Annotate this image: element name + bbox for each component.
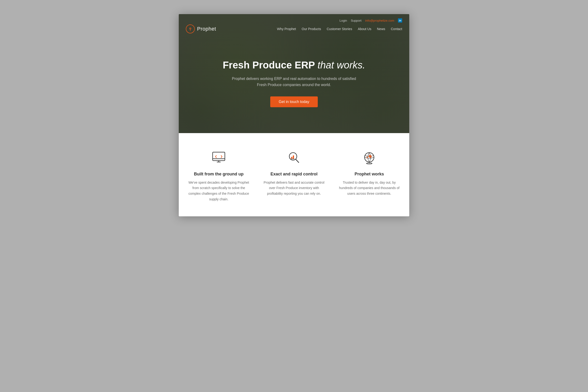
nav-contact[interactable]: Contact (391, 27, 402, 31)
svg-rect-9 (293, 156, 294, 159)
feature-built-title: Built from the ground up (188, 172, 249, 176)
svg-line-7 (296, 159, 299, 162)
navbar-main: Prophet Why Prophet Our Products Custome… (186, 24, 402, 34)
navbar-top: Login Support info@prophetize.com in (186, 18, 402, 22)
logo[interactable]: Prophet (186, 24, 216, 34)
feature-control-desc: Prophet delivers fast and accurate contr… (264, 180, 324, 196)
feature-built: Built from the ground up We've spent dec… (188, 150, 249, 202)
nav-news[interactable]: News (377, 27, 385, 31)
nav-customer-stories[interactable]: Customer Stories (327, 27, 352, 31)
monitor-code-icon (210, 150, 227, 166)
hero-title-italic: that works. (318, 60, 365, 70)
nav-our-products[interactable]: Our Products (302, 27, 321, 31)
nav-links: Why Prophet Our Products Customer Storie… (277, 27, 402, 31)
logo-icon (186, 24, 195, 34)
feature-control: Exact and rapid control Prophet delivers… (264, 150, 324, 202)
linkedin-icon[interactable]: in (398, 18, 402, 22)
globe-icon (361, 150, 378, 166)
feature-built-desc: We've spent decades developing Prophet f… (188, 180, 249, 202)
nav-about-us[interactable]: About Us (358, 27, 372, 31)
login-link[interactable]: Login (340, 19, 347, 22)
feature-prophet-works-desc: Trusted to deliver day in, day out, by h… (339, 180, 400, 196)
feature-prophet-works: Prophet works Trusted to deliver day in,… (339, 150, 400, 202)
svg-rect-8 (291, 157, 292, 159)
svg-point-1 (190, 28, 191, 29)
email-link[interactable]: info@prophetize.com (365, 19, 394, 22)
search-chart-icon (286, 150, 302, 166)
hero-title: Fresh Produce ERP that works. (186, 59, 402, 71)
hero-section: Login Support info@prophetize.com in Pro… (179, 14, 409, 133)
svg-rect-2 (212, 152, 225, 160)
features-grid: Built from the ground up We've spent dec… (188, 150, 400, 202)
logo-text: Prophet (197, 26, 216, 32)
support-link[interactable]: Support (351, 19, 362, 22)
nav-why-prophet[interactable]: Why Prophet (277, 27, 296, 31)
features-section: Built from the ground up We've spent dec… (179, 133, 409, 216)
cta-button[interactable]: Get in touch today (270, 96, 318, 107)
hero-subtitle: Prophet delivers working ERP and real au… (228, 76, 360, 88)
navbar: Login Support info@prophetize.com in Pro… (179, 14, 409, 36)
hero-content: Fresh Produce ERP that works. Prophet de… (179, 36, 409, 119)
feature-prophet-works-title: Prophet works (339, 172, 400, 176)
feature-control-title: Exact and rapid control (264, 172, 324, 176)
browser-window: Login Support info@prophetize.com in Pro… (179, 14, 409, 216)
hero-title-main: Fresh Produce ERP (223, 60, 318, 70)
